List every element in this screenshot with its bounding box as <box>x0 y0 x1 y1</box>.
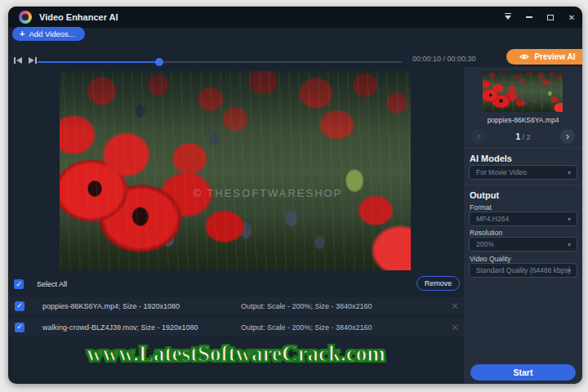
timeline-handle[interactable] <box>155 58 163 66</box>
format-value: MP4.H264 <box>476 215 509 223</box>
site-watermark: www.LatestSoftwareCrack.com <box>8 341 464 367</box>
resolution-select[interactable]: 200% ▾ <box>469 237 577 252</box>
file-row[interactable]: ✓ walking-crowd-BLZ4J39.mov; Size - 1920… <box>8 318 464 336</box>
time-display: 00:00:10 / 00:00:30 <box>412 55 476 63</box>
remove-file-icon[interactable]: ✕ <box>449 301 461 311</box>
menu-icon <box>505 16 511 20</box>
skip-back-button[interactable] <box>11 55 24 66</box>
format-label: Format <box>470 203 492 212</box>
minimize-button[interactable] <box>519 7 540 28</box>
divider <box>464 185 582 185</box>
video-thumbnail <box>483 71 563 112</box>
next-video-button[interactable]: › <box>560 129 575 144</box>
resolution-value: 200% <box>476 240 494 248</box>
video-preview: © THESOFTWARESHOP <box>60 71 411 270</box>
skip-back-icon <box>13 56 23 65</box>
file-output-info: Output: Scale - 200%; Size - 3840x2160 <box>241 323 372 332</box>
current-file-name: poppies-86KS6YA.mp4 <box>464 116 582 124</box>
select-all-label: Select All <box>37 280 67 288</box>
timeline-slider[interactable] <box>38 59 402 65</box>
select-all-row: ✓ Select All <box>14 279 67 289</box>
video-watermark: © THESOFTWARESHOP <box>193 187 342 199</box>
file-name: poppies-86KS6YA.mp4; Size - 1920x1080 <box>42 302 238 310</box>
chevron-down-icon: ▾ <box>568 241 571 248</box>
add-videos-label: Add Videos... <box>29 29 74 38</box>
maximize-button[interactable] <box>540 7 561 28</box>
eye-icon <box>519 53 529 60</box>
right-sidebar: poppies-86KS6YA.mp4 ‹ 1 / 2 › AI Models … <box>464 67 582 384</box>
preview-ai-label: Preview AI <box>534 52 575 61</box>
window-controls: ✕ <box>497 7 582 28</box>
preview-ai-button[interactable]: Preview AI <box>506 49 582 65</box>
start-button[interactable]: Start <box>470 364 576 381</box>
app-logo-icon <box>19 11 32 24</box>
timeline-progress <box>38 61 159 63</box>
divider <box>464 148 582 149</box>
app-title: Video Enhancer AI <box>39 12 118 22</box>
file-row[interactable]: ✓ poppies-86KS6YA.mp4; Size - 1920x1080 … <box>8 297 464 314</box>
file-checkbox[interactable]: ✓ <box>15 323 24 332</box>
file-checkbox[interactable]: ✓ <box>15 301 24 311</box>
file-output-info: Output: Scale - 200%; Size - 3840x2160 <box>241 302 372 310</box>
add-videos-button[interactable]: + Add Videos... <box>12 27 85 41</box>
thumbnail-pager: ‹ 1 / 2 › <box>464 129 582 144</box>
app-window: Video Enhancer AI ✕ + Add Videos... 00:0… <box>8 7 582 384</box>
format-select[interactable]: MP4.H264 ▾ <box>469 212 577 226</box>
plus-icon: + <box>20 29 24 38</box>
remove-file-icon[interactable]: ✕ <box>449 323 461 332</box>
output-heading: Output <box>470 190 499 200</box>
video-quality-select[interactable]: Standard Quality (64488 kbps) ▾ <box>469 263 577 278</box>
maximize-icon <box>547 15 554 20</box>
minimize-icon <box>526 16 532 18</box>
video-quality-value: Standard Quality (64488 kbps) <box>476 266 570 274</box>
ai-model-select[interactable]: For Movie Video ▾ <box>469 165 577 180</box>
close-button[interactable]: ✕ <box>561 7 582 28</box>
page-total: / 2 <box>520 133 531 141</box>
file-name: walking-crowd-BLZ4J39.mov; Size - 1920x1… <box>42 323 238 332</box>
remove-button[interactable]: Remove <box>416 276 460 291</box>
skip-forward-icon <box>28 56 38 65</box>
ai-models-heading: AI Models <box>470 154 512 163</box>
chevron-down-icon: ▾ <box>568 267 571 274</box>
app-menu-button[interactable] <box>497 7 519 28</box>
chevron-down-icon: ▾ <box>568 169 571 176</box>
ai-model-value: For Movie Video <box>476 168 527 176</box>
chevron-down-icon: ▾ <box>568 216 571 223</box>
titlebar: Video Enhancer AI ✕ <box>8 7 582 28</box>
select-all-checkbox[interactable]: ✓ <box>14 279 24 289</box>
video-quality-label: Video Quality <box>470 255 510 263</box>
resolution-label: Resolution <box>470 229 502 237</box>
